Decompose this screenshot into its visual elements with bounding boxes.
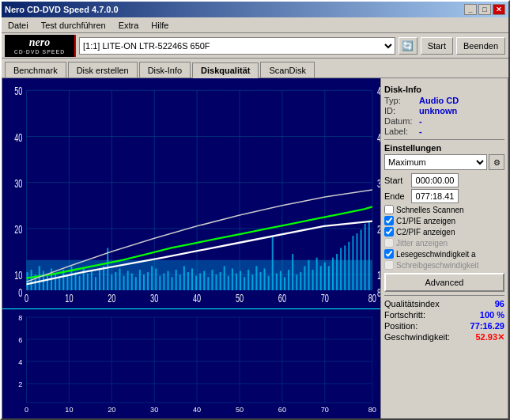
start-time-input[interactable] (411, 173, 459, 187)
svg-rect-119 (356, 233, 357, 290)
tab-bar: Benchmark Disk erstellen Disk-Info Diskq… (2, 59, 508, 78)
svg-rect-99 (276, 274, 278, 290)
menu-hilfe[interactable]: Hilfe (148, 19, 172, 32)
tab-diskqualitat[interactable]: Diskqualität (192, 62, 259, 78)
svg-rect-50 (79, 276, 81, 290)
tab-disk-info[interactable]: Disk-Info (139, 62, 191, 78)
maximize-button[interactable]: □ (478, 4, 491, 15)
svg-rect-78 (191, 268, 193, 290)
top-chart-svg: 50 40 30 20 10 0 48 40 32 24 16 8 0 10 (2, 78, 380, 308)
svg-rect-98 (272, 236, 274, 290)
svg-rect-86 (224, 266, 225, 290)
svg-text:10: 10 (14, 269, 23, 281)
c2pif-checkbox[interactable] (384, 227, 394, 236)
svg-rect-106 (304, 266, 305, 290)
menu-datei[interactable]: Datei (5, 19, 32, 32)
svg-rect-89 (236, 274, 237, 290)
svg-rect-123 (2, 309, 380, 420)
svg-rect-69 (155, 268, 157, 290)
geschwindigkeit-value: 52.93✕ (475, 332, 504, 342)
svg-rect-63 (131, 274, 133, 290)
svg-rect-62 (127, 271, 129, 291)
end-time-row: Ende (384, 189, 504, 203)
svg-text:10: 10 (65, 292, 74, 304)
checkbox-c1pie: C1/PIE anzeigen (384, 216, 504, 225)
position-label: Position: (384, 321, 417, 331)
geschwindigkeit-row: Geschwindigkeit: 52.93✕ (384, 332, 504, 342)
svg-rect-61 (123, 276, 125, 290)
tab-disk-erstellen[interactable]: Disk erstellen (68, 62, 138, 78)
einstellungen-title: Einstellungen (384, 143, 504, 153)
svg-text:30: 30 (150, 406, 158, 414)
end-button[interactable]: Beenden (456, 37, 505, 55)
tab-scandisk[interactable]: ScanDisk (260, 62, 314, 78)
dropdown-icon-button[interactable]: ⚙ (489, 154, 504, 170)
svg-text:32: 32 (377, 177, 380, 189)
svg-rect-112 (328, 266, 330, 290)
svg-rect-44 (55, 274, 56, 290)
position-row: Position: 77:16.29 (384, 321, 504, 331)
end-time-input[interactable] (411, 189, 459, 203)
advanced-button[interactable]: Advanced (384, 273, 504, 292)
svg-rect-97 (268, 276, 270, 290)
schreibgeschw-checkbox[interactable] (384, 260, 394, 270)
svg-rect-110 (320, 266, 322, 290)
svg-text:8: 8 (377, 286, 380, 298)
disk-info-typ: Typ: Audio CD (384, 96, 504, 105)
svg-text:4: 4 (18, 358, 22, 366)
svg-rect-103 (292, 254, 293, 290)
svg-text:48: 48 (377, 85, 380, 96)
c1pie-checkbox[interactable] (384, 216, 394, 225)
svg-rect-53 (91, 271, 93, 291)
menu-bar: Datei Test durchführen Extra Hilfe (2, 17, 508, 33)
svg-rect-91 (244, 277, 245, 290)
svg-rect-72 (167, 271, 168, 291)
svg-rect-77 (187, 272, 189, 290)
toolbar: nero CD·DVD SPEED [1:1] LITE-ON LTR-5224… (2, 33, 508, 59)
tab-benchmark[interactable]: Benchmark (5, 62, 66, 78)
svg-rect-93 (251, 274, 253, 290)
lesegeschw-checkbox[interactable] (384, 249, 394, 259)
svg-text:20: 20 (14, 223, 23, 235)
separator-2 (384, 295, 504, 296)
svg-rect-118 (352, 236, 353, 290)
position-value: 77:16.29 (470, 321, 504, 331)
refresh-button[interactable]: 🔄 (399, 37, 417, 55)
svg-text:70: 70 (321, 292, 330, 304)
checkbox-c2pif: C2/PIF anzeigen (384, 227, 504, 236)
svg-text:80: 80 (368, 292, 377, 304)
schnell-checkbox[interactable] (384, 205, 394, 214)
minimize-button[interactable]: _ (464, 4, 477, 15)
svg-text:50: 50 (14, 85, 23, 96)
close-button[interactable]: ✕ (493, 4, 505, 15)
svg-rect-65 (139, 270, 141, 290)
start-label: Start (384, 176, 408, 185)
svg-rect-64 (135, 277, 137, 290)
svg-rect-105 (300, 272, 301, 290)
drive-select[interactable]: [1:1] LITE-ON LTR-52246S 650F (79, 37, 395, 55)
svg-rect-75 (179, 274, 181, 290)
svg-text:30: 30 (150, 292, 159, 304)
menu-test[interactable]: Test durchführen (38, 19, 109, 32)
svg-text:70: 70 (321, 406, 329, 414)
title-bar-buttons[interactable]: _ □ ✕ (464, 4, 505, 15)
svg-rect-115 (340, 248, 342, 290)
menu-extra[interactable]: Extra (115, 19, 142, 32)
svg-rect-102 (288, 270, 289, 290)
svg-rect-121 (365, 224, 366, 290)
svg-rect-52 (87, 274, 89, 290)
svg-rect-70 (159, 276, 161, 290)
svg-rect-58 (111, 274, 112, 290)
jitter-checkbox[interactable] (384, 238, 394, 248)
speed-select[interactable]: Maximum (384, 154, 487, 170)
start-button[interactable]: Start (421, 37, 453, 55)
svg-rect-117 (348, 242, 349, 290)
geschwindigkeit-label: Geschwindigkeit: (384, 332, 450, 342)
svg-text:6: 6 (18, 336, 22, 344)
svg-rect-81 (203, 271, 205, 291)
checkbox-schnell: Schnelles Scannen (384, 205, 504, 214)
svg-text:0: 0 (18, 286, 22, 298)
disk-info-id: ID: unknown (384, 106, 504, 115)
svg-rect-68 (151, 266, 153, 290)
c2pif-label: C2/PIF anzeigen (396, 228, 455, 236)
